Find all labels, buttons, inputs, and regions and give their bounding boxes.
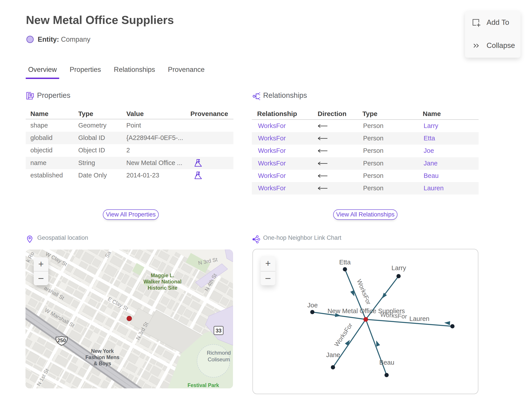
svg-text:Maggie L.: Maggie L. bbox=[151, 273, 174, 278]
svg-text:Walker National: Walker National bbox=[143, 279, 181, 284]
svg-text:33: 33 bbox=[216, 328, 222, 334]
svg-text:Lauren: Lauren bbox=[409, 315, 429, 322]
svg-text:Festival Park: Festival Park bbox=[187, 382, 219, 388]
svg-text:250: 250 bbox=[57, 338, 66, 343]
svg-text:Historic Site: Historic Site bbox=[148, 285, 177, 291]
svg-text:Fashion Mens: Fashion Mens bbox=[85, 354, 119, 360]
svg-text:Beau: Beau bbox=[379, 359, 394, 366]
svg-text:Jane: Jane bbox=[326, 351, 340, 358]
svg-text:Coliseum: Coliseum bbox=[208, 357, 230, 362]
svg-text:Joe: Joe bbox=[307, 302, 318, 309]
svg-text:Larry: Larry bbox=[392, 264, 406, 271]
svg-text:& Boys: & Boys bbox=[93, 361, 111, 366]
svg-text:WorksFor: WorksFor bbox=[333, 322, 354, 348]
svg-text:Richmond: Richmond bbox=[207, 350, 231, 356]
svg-text:New York: New York bbox=[91, 348, 114, 354]
svg-text:Etta: Etta bbox=[339, 259, 351, 266]
